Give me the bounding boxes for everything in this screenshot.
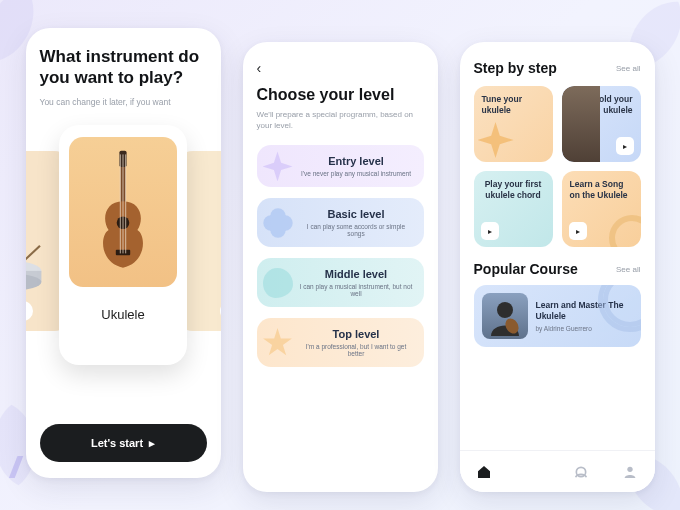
ukulele-icon — [96, 146, 150, 278]
course-thumbnail — [482, 293, 528, 339]
drums-icon — [26, 231, 47, 301]
page-title: Choose your level — [257, 86, 424, 104]
nav-browse-icon[interactable] — [524, 463, 542, 481]
tile-title: Learn a Song on the Ukulele — [570, 179, 633, 200]
lesson-tile-tune[interactable]: Tune your ukulele — [474, 86, 553, 162]
instrument-label: Ukulele — [101, 307, 144, 322]
screen-lessons-home: Step by step See all Tune your ukulele H… — [460, 42, 655, 492]
level-option-basic[interactable]: Basic level I can play some accords or s… — [257, 198, 424, 247]
see-all-link[interactable]: See all — [616, 64, 640, 73]
tile-title: Tune your ukulele — [482, 94, 545, 115]
flower-icon — [267, 212, 288, 233]
sparkle-icon — [478, 122, 514, 158]
instrument-label: Drums — [26, 301, 33, 321]
level-desc: I can play a musical instrument, but not… — [299, 283, 414, 297]
lesson-tile-learn-song[interactable]: Learn a Song on the Ukulele ▸ — [562, 171, 641, 247]
level-caption: Middle level — [299, 268, 414, 280]
tile-title: Play your first ukulele chord — [482, 179, 545, 200]
page-title: What instrument do you want to play? — [40, 46, 207, 89]
play-icon: ▸ — [616, 137, 634, 155]
section-title: Popular Course — [474, 261, 578, 277]
level-caption: Basic level — [299, 208, 414, 220]
lesson-tile-first-chord[interactable]: Play your first ukulele chord ▸ — [474, 171, 553, 247]
see-all-link[interactable]: See all — [616, 265, 640, 274]
sparkle-icon — [263, 151, 293, 181]
lesson-tile-hold[interactable]: Hold your ukulele ▸ — [562, 86, 641, 162]
blob-icon — [263, 268, 293, 298]
play-icon: ▸ — [569, 222, 587, 240]
level-desc: I've never play any musical instrument — [299, 170, 414, 177]
nav-profile-icon[interactable] — [621, 463, 639, 481]
instrument-card-ukulele[interactable]: Ukulele — [59, 125, 187, 365]
bottom-nav — [460, 450, 655, 492]
person-with-ukulele-icon — [485, 296, 525, 336]
level-option-entry[interactable]: Entry level I've never play any musical … — [257, 145, 424, 187]
star-icon — [263, 328, 293, 358]
svg-point-14 — [497, 302, 513, 318]
page-subtitle: We'll prepare a special programm, based … — [257, 109, 424, 131]
nav-home-icon[interactable] — [475, 463, 493, 481]
lesson-thumbnail — [562, 86, 600, 162]
level-caption: Top level — [299, 328, 414, 340]
section-title: Step by step — [474, 60, 557, 76]
nav-practice-icon[interactable] — [572, 463, 590, 481]
level-caption: Entry level — [299, 155, 414, 167]
level-option-middle[interactable]: Middle level I can play a musical instru… — [257, 258, 424, 307]
page-subtitle: You can change it later, if you want — [40, 97, 207, 107]
level-desc: I'm a professional, but I want to get be… — [299, 343, 414, 357]
lets-start-button[interactable]: Let's start ▸ — [40, 424, 207, 462]
play-icon: ▸ — [149, 437, 155, 450]
course-card[interactable]: Learn and Master The Ukulele by Aldrine … — [474, 285, 641, 347]
screen-choose-level: ‹ Choose your level We'll prepare a spec… — [243, 42, 438, 492]
instrument-carousel[interactable]: Drums Ukulele — [40, 125, 207, 385]
rings-icon — [603, 285, 641, 327]
back-button[interactable]: ‹ — [257, 60, 424, 76]
level-option-top[interactable]: Top level I'm a professional, but I want… — [257, 318, 424, 367]
screen-choose-instrument: What instrument do you want to play? You… — [26, 28, 221, 478]
rings-icon — [609, 215, 641, 247]
svg-point-17 — [627, 466, 632, 471]
cta-label: Let's start — [91, 437, 143, 449]
play-icon: ▸ — [481, 222, 499, 240]
level-desc: I can play some accords or simple songs — [299, 223, 414, 237]
